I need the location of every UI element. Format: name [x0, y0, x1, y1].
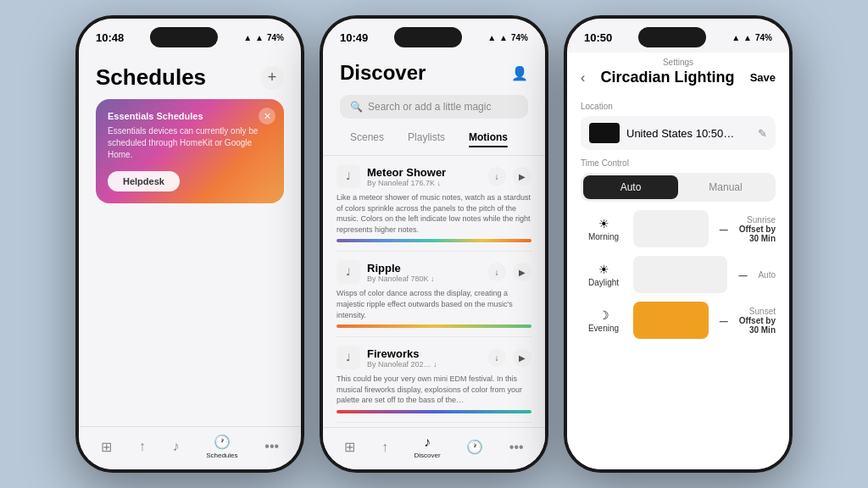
- evening-text: Evening: [588, 324, 619, 333]
- morning-color[interactable]: [633, 210, 709, 247]
- sunrise-icon: ☀: [598, 217, 609, 230]
- daylight-minus[interactable]: –: [734, 266, 751, 284]
- tab-playlists[interactable]: Playlists: [398, 127, 455, 152]
- music-title-2: Ripple: [367, 262, 481, 274]
- dynamic-island-3: [638, 27, 706, 47]
- add-schedule-button[interactable]: +: [260, 66, 284, 90]
- music-desc-2: Wisps of color dance across the display,…: [337, 288, 531, 320]
- location-row: United States 10:50… ✎: [581, 116, 776, 150]
- edit-icon[interactable]: ✎: [758, 127, 767, 140]
- battery-icon-2: 74%: [511, 33, 528, 42]
- download-button-3[interactable]: ↓: [487, 348, 506, 367]
- nav-schedules-2[interactable]: 🕐: [466, 439, 483, 455]
- nav-music[interactable]: ♪: [172, 439, 179, 454]
- music-title-1: Meteor Shower: [367, 166, 481, 179]
- search-bar[interactable]: 🔍 Search or add a little magic: [340, 95, 528, 119]
- nav-more-2[interactable]: •••: [509, 440, 524, 455]
- morning-offset-label: Offset by: [739, 225, 776, 234]
- music-actions-2: ↓ ▶: [487, 263, 531, 281]
- location-section-label: Location: [581, 102, 776, 111]
- music-actions-3: ↓ ▶: [487, 348, 531, 367]
- daylight-text: Daylight: [588, 278, 619, 287]
- manual-toggle[interactable]: Manual: [678, 175, 773, 199]
- discover-header: Discover 👤: [323, 53, 545, 90]
- battery-icon: 74%: [267, 33, 284, 42]
- status-bar-1: 10:48 ▲ ▲ 74%: [79, 19, 301, 53]
- essentials-card-title: Essentials Schedules: [108, 111, 272, 121]
- time-control-toggle: Auto Manual: [581, 173, 776, 202]
- music-info-2: Ripple By Nanoleaf 780K ↓: [367, 262, 481, 283]
- daylight-label: ☀ Daylight: [581, 263, 626, 287]
- status-time-2: 10:49: [340, 31, 368, 44]
- tabs-row: Scenes Playlists Motions: [323, 124, 545, 156]
- grid-icon-2: ⊞: [344, 439, 355, 455]
- daylight-row: ☀ Daylight – Auto: [581, 256, 776, 293]
- download-button-1[interactable]: ↓: [487, 167, 506, 186]
- status-icons-3: ▲ ▲ 74%: [732, 33, 772, 42]
- nav-grid-2[interactable]: ⊞: [344, 439, 355, 455]
- dynamic-island-2: [394, 27, 462, 47]
- search-icon: 🔍: [350, 101, 363, 113]
- wifi-icon-2: ▲: [499, 33, 508, 42]
- morning-minus[interactable]: –: [715, 220, 732, 238]
- status-icons-2: ▲ ▲ 74%: [487, 33, 528, 42]
- play-button-2[interactable]: ▶: [513, 263, 531, 281]
- helpdesk-button[interactable]: Helpdesk: [108, 171, 180, 191]
- music-item-icon-2: ♩: [337, 260, 360, 284]
- more-icon-2: •••: [509, 440, 524, 455]
- nav-schedules[interactable]: 🕐 Schedules: [206, 434, 237, 459]
- play-button-3[interactable]: ▶: [513, 348, 531, 367]
- profile-icon[interactable]: 👤: [511, 65, 528, 81]
- save-button[interactable]: Save: [750, 71, 776, 84]
- nav-more[interactable]: •••: [264, 439, 279, 454]
- daylight-color[interactable]: [633, 256, 727, 293]
- color-bar-2: [337, 324, 531, 328]
- evening-color[interactable]: [633, 302, 709, 339]
- time-control-label: Time Control: [581, 158, 776, 168]
- color-bar-3: [337, 410, 531, 413]
- music-desc-1: Like a meteor shower of music notes, wat…: [337, 192, 531, 235]
- music-item-icon-1: ♩: [337, 164, 360, 188]
- schedules-nav-icon: 🕐: [214, 434, 231, 450]
- nav-upload-2[interactable]: ↑: [381, 440, 388, 455]
- music-meta-1: By Nanoleaf 176.7K ↓: [367, 179, 481, 187]
- nav-grid[interactable]: ⊞: [101, 439, 112, 455]
- evening-ref: Sunset: [739, 307, 776, 316]
- location-text: United States 10:50…: [626, 127, 751, 140]
- signal-icon-3: ▲: [732, 33, 740, 42]
- play-button-1[interactable]: ▶: [513, 167, 531, 186]
- tab-scenes[interactable]: Scenes: [340, 127, 394, 152]
- music-actions-1: ↓ ▶: [487, 167, 531, 186]
- status-time-1: 10:48: [96, 31, 124, 44]
- nav-discover[interactable]: ♪ Discover: [415, 435, 441, 459]
- daylight-ref: Auto: [758, 270, 776, 280]
- morning-offset: Sunrise Offset by 30 Min: [739, 215, 776, 243]
- tab-motions[interactable]: Motions: [459, 127, 518, 152]
- schedules-icon-2: 🕐: [466, 439, 483, 455]
- music-list: ♩ Meteor Shower By Nanoleaf 176.7K ↓ ↓ ▶…: [323, 156, 545, 427]
- circadian-title: Circadian Lighting: [600, 69, 734, 86]
- music-info-3: Fireworks By Nanoleaf 202… ↓: [367, 347, 481, 369]
- music-icon: ♪: [172, 439, 179, 454]
- daylight-icon: ☀: [598, 263, 609, 276]
- back-button[interactable]: ‹: [581, 70, 585, 86]
- circadian-header: ‹ Circadian Lighting Save: [567, 67, 789, 93]
- nav-upload[interactable]: ↑: [139, 439, 146, 454]
- evening-offset-val: 30 Min: [739, 325, 776, 335]
- phone-circadian: 10:50 ▲ ▲ 74% Settings ‹ Circadian Light…: [564, 15, 793, 473]
- close-card-button[interactable]: ✕: [259, 108, 275, 125]
- signal-icon: ▲: [243, 33, 252, 42]
- morning-ref: Sunrise: [739, 215, 776, 225]
- download-button-2[interactable]: ↓: [487, 263, 506, 281]
- essentials-card-desc: Essentials devices can currently only be…: [108, 125, 272, 161]
- status-time-3: 10:50: [584, 31, 612, 44]
- music-title-3: Fireworks: [367, 347, 481, 360]
- auto-toggle[interactable]: Auto: [583, 175, 678, 199]
- search-placeholder: Search or add a little magic: [368, 101, 491, 113]
- evening-offset-label: Offset by: [739, 316, 776, 325]
- upload-icon-2: ↑: [381, 440, 388, 455]
- evening-minus[interactable]: –: [715, 312, 732, 330]
- color-bar-1: [337, 239, 531, 242]
- morning-label: ☀ Morning: [581, 217, 626, 241]
- battery-icon-3: 74%: [755, 33, 772, 42]
